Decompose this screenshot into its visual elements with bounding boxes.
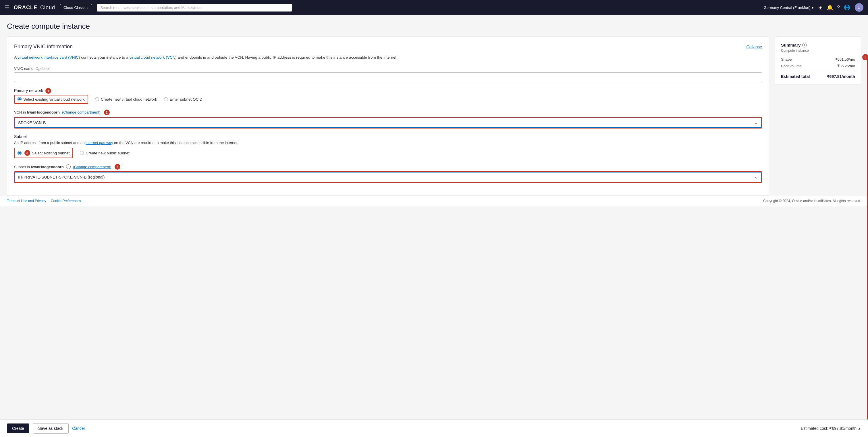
vnic-link[interactable]: virtual network interface card (VNIC) bbox=[18, 55, 80, 59]
terms-link[interactable]: Terms of Use and Privacy bbox=[7, 199, 46, 203]
subnet-group: Subnet An IP address from a public subne… bbox=[14, 134, 762, 158]
optional-tag: Optional bbox=[36, 66, 50, 71]
cloud-classic-button[interactable]: Cloud Classic › bbox=[60, 4, 92, 11]
enter-ocid-label: Enter subnet OCID bbox=[170, 97, 203, 101]
cloud-text: Cloud bbox=[40, 5, 55, 11]
select-vcn-option[interactable]: Select existing virtual cloud network bbox=[14, 95, 88, 104]
summary-total-row: Estimated total ₹697.81/month bbox=[781, 74, 855, 79]
search-bar[interactable]: Search resources, services, documentatio… bbox=[97, 4, 292, 11]
internet-gateway-link[interactable]: internet gateway bbox=[86, 141, 113, 145]
region-chevron-icon: ▾ bbox=[812, 5, 814, 10]
select-subnet-label: Select existing subnet bbox=[32, 151, 69, 155]
vcn-select-wrapper: SPOKE-VCN-B bbox=[14, 117, 762, 128]
badge-1: 1 bbox=[45, 88, 51, 94]
collapse-link[interactable]: Collapse bbox=[746, 45, 762, 49]
subnet-select[interactable]: IH-PRIVATE-SUBNET-SPOKE-VCN-B (regional) bbox=[14, 172, 762, 182]
footer: Terms of Use and Privacy Cookie Preferen… bbox=[0, 196, 868, 206]
subnet-selector-group: Subnet in IwanHoogendoorn i (Change comp… bbox=[14, 164, 762, 183]
summary-boot-volume-row: Boot volume ₹36.25/mo bbox=[781, 64, 855, 68]
summary-header: Summary i bbox=[781, 42, 855, 48]
select-subnet-option[interactable]: 3 Select existing subnet bbox=[14, 148, 73, 158]
enter-ocid-option[interactable]: Enter subnet OCID bbox=[164, 97, 203, 101]
vnic-name-group: VNIC name Optional bbox=[14, 66, 762, 82]
vnic-name-input[interactable] bbox=[14, 72, 762, 82]
subnet-info-icon[interactable]: i bbox=[66, 165, 71, 169]
select-vcn-radio[interactable] bbox=[18, 97, 22, 101]
language-icon[interactable]: 🌐 bbox=[844, 4, 850, 11]
save-as-stack-button[interactable]: Save as stack bbox=[33, 423, 69, 434]
subnet-in-label: Subnet in IwanHoogendoorn bbox=[14, 165, 64, 169]
network-radio-group: Select existing virtual cloud network Cr… bbox=[14, 95, 762, 104]
cookie-link[interactable]: Cookie Preferences bbox=[51, 199, 81, 203]
cancel-button[interactable]: Cancel bbox=[72, 426, 85, 431]
create-subnet-label: Create new public subnet bbox=[86, 151, 129, 155]
total-value: ₹697.81/month bbox=[827, 74, 855, 79]
badge-3: 3 bbox=[24, 150, 30, 156]
vcn-change-compartment-link[interactable]: (Change compartment) bbox=[62, 110, 100, 114]
badge-4: 4 bbox=[115, 164, 120, 170]
subnet-section-label: Subnet bbox=[14, 134, 762, 139]
vcn-select[interactable]: SPOKE-VCN-B bbox=[14, 118, 762, 128]
main-layout: Primary VNIC information Collapse A virt… bbox=[7, 36, 861, 196]
shape-label: Shape bbox=[781, 57, 792, 61]
enter-ocid-radio[interactable] bbox=[164, 97, 168, 101]
brand-logo: ORACLE Cloud bbox=[14, 5, 55, 11]
subnet-compartment: IwanHoogendoorn bbox=[31, 165, 64, 169]
primary-vnic-card: Primary VNIC information Collapse A virt… bbox=[7, 36, 769, 196]
boot-volume-label: Boot volume bbox=[781, 64, 802, 68]
menu-icon[interactable]: ☰ bbox=[5, 4, 9, 11]
select-subnet-radio[interactable] bbox=[18, 151, 22, 155]
region-selector[interactable]: Germany Central (Frankfurt) ▾ bbox=[764, 5, 814, 10]
summary-shape-row: Shape ₹661.56/mo bbox=[781, 57, 855, 61]
notifications-icon[interactable]: 🔔 bbox=[827, 4, 833, 11]
card-header: Primary VNIC information Collapse bbox=[14, 44, 762, 50]
page-content: Create compute instance Primary VNIC inf… bbox=[0, 15, 868, 196]
select-vcn-label: Select existing virtual cloud network bbox=[23, 97, 85, 101]
summary-subtitle: Compute instance bbox=[781, 49, 855, 53]
badge-2: 2 bbox=[104, 110, 110, 115]
vcn-link[interactable]: virtual cloud network (VCN) bbox=[129, 55, 176, 59]
page-wrapper: 5 Create compute instance Primary VNIC i… bbox=[0, 15, 868, 437]
create-vcn-option[interactable]: Create new virtual cloud network bbox=[95, 97, 157, 101]
page-title: Create compute instance bbox=[7, 22, 861, 31]
create-subnet-radio[interactable] bbox=[80, 151, 84, 155]
top-navigation: ☰ ORACLE Cloud Cloud Classic › Search re… bbox=[0, 0, 868, 15]
estimated-cost-label: Estimated cost: ₹697.81/month bbox=[801, 426, 857, 431]
subnet-description: An IP address from a public subnet and a… bbox=[14, 140, 762, 146]
create-vcn-radio[interactable] bbox=[95, 97, 99, 101]
summary-panel: Summary i Compute instance Shape ₹661.56… bbox=[775, 36, 861, 85]
shape-value: ₹661.56/mo bbox=[835, 57, 855, 61]
vcn-in-label: VCN in IwanHoogendoorn bbox=[14, 110, 60, 114]
vcn-selector-group: VCN in IwanHoogendoorn (Change compartme… bbox=[14, 110, 762, 128]
vcn-compartment: IwanHoogendoorn bbox=[27, 110, 60, 114]
primary-network-group: Primary network 1 Select existing virtua… bbox=[14, 88, 762, 104]
console-icon[interactable]: ⊞ bbox=[818, 4, 823, 11]
card-description: A virtual network interface card (VNIC) … bbox=[14, 54, 762, 61]
bottom-estimated-cost[interactable]: Estimated cost: ₹697.81/month ▲ bbox=[801, 426, 861, 431]
vcn-header: VCN in IwanHoogendoorn (Change compartme… bbox=[14, 110, 762, 115]
help-icon[interactable]: ? bbox=[837, 5, 840, 11]
summary-title: Summary bbox=[781, 42, 801, 48]
chevron-up-icon: ▲ bbox=[858, 426, 861, 430]
avatar[interactable]: U bbox=[855, 3, 863, 12]
summary-info-icon[interactable]: i bbox=[802, 43, 807, 48]
vnic-name-label: VNIC name Optional bbox=[14, 66, 762, 71]
footer-links: Terms of Use and Privacy Cookie Preferen… bbox=[7, 199, 81, 203]
primary-network-label: Primary network 1 bbox=[14, 88, 762, 94]
subnet-header: Subnet in IwanHoogendoorn i (Change comp… bbox=[14, 164, 762, 170]
oracle-text: ORACLE bbox=[14, 5, 37, 11]
scroll-indicator bbox=[867, 55, 868, 422]
create-subnet-option[interactable]: Create new public subnet bbox=[80, 151, 129, 155]
boot-volume-value: ₹36.25/mo bbox=[837, 64, 855, 68]
topnav-icons: ⊞ 🔔 ? 🌐 bbox=[818, 4, 850, 11]
subnet-radio-group: 3 Select existing subnet Create new publ… bbox=[14, 148, 762, 158]
subnet-change-compartment-link[interactable]: (Change compartment) bbox=[73, 165, 112, 169]
total-label: Estimated total bbox=[781, 74, 810, 79]
copyright-text: Copyright © 2024, Oracle and/or its affi… bbox=[763, 199, 861, 203]
create-button[interactable]: Create bbox=[7, 424, 29, 433]
summary-card: Summary i Compute instance Shape ₹661.56… bbox=[775, 36, 861, 85]
create-vcn-label: Create new virtual cloud network bbox=[101, 97, 157, 101]
bottom-bar: Create Save as stack Cancel Estimated co… bbox=[0, 419, 868, 437]
topnav-right: Germany Central (Frankfurt) ▾ ⊞ 🔔 ? 🌐 U bbox=[764, 3, 863, 12]
region-label: Germany Central (Frankfurt) bbox=[764, 5, 811, 10]
